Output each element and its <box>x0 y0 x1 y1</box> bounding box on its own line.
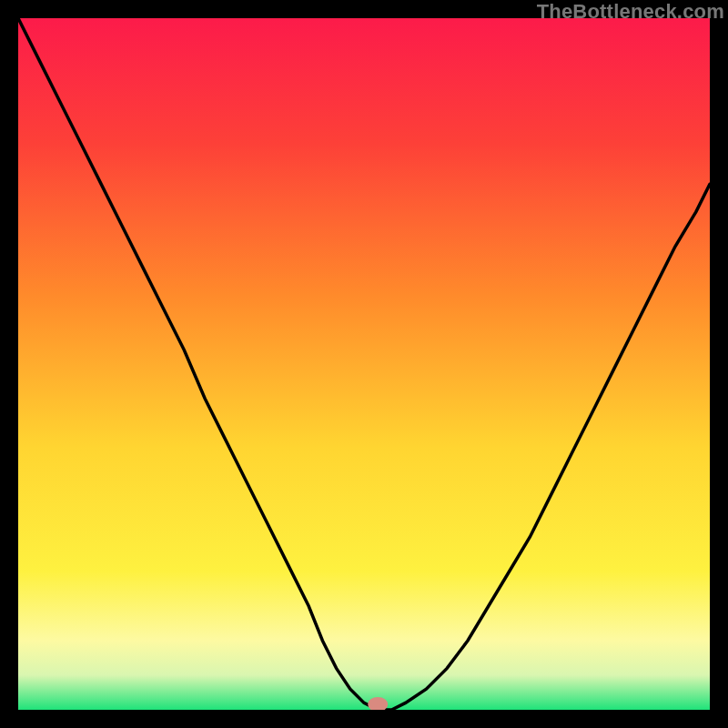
gradient-background <box>18 18 710 710</box>
chart-frame: TheBottleneck.com <box>0 0 728 728</box>
bottleneck-curve-chart <box>18 18 710 710</box>
watermark-text: TheBottleneck.com <box>537 0 724 24</box>
